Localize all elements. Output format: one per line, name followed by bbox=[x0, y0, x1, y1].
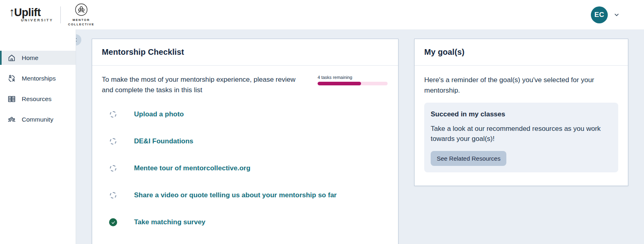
logo-divider bbox=[60, 6, 61, 23]
chevron-down-icon[interactable] bbox=[613, 12, 620, 18]
resources-icon bbox=[7, 95, 16, 103]
sidebar-item-resources[interactable]: Resources bbox=[0, 92, 76, 106]
logo-group: ↑ Uplift UNIVERSITY MENTOR COLLECTIVE bbox=[9, 3, 95, 27]
task-incomplete-icon bbox=[108, 192, 118, 199]
chevron-left-icon bbox=[76, 37, 78, 43]
task-incomplete-icon bbox=[108, 138, 118, 145]
avatar[interactable]: EC bbox=[591, 6, 608, 23]
task-link[interactable]: Upload a photo bbox=[134, 110, 184, 118]
task-link[interactable]: Take matching survey bbox=[134, 218, 205, 226]
checklist-card-header: Mentorship Checklist bbox=[92, 39, 398, 66]
uplift-arrow-icon: ↑ bbox=[9, 6, 15, 18]
sidebar-item-community[interactable]: Community bbox=[0, 112, 76, 126]
sidebar-item-label: Resources bbox=[22, 95, 52, 103]
checklist-card-title: Mentorship Checklist bbox=[102, 48, 184, 57]
task-link[interactable]: DE&I Foundations bbox=[134, 137, 193, 145]
mentor-collective-text: MENTOR COLLECTIVE bbox=[68, 18, 95, 27]
task-incomplete-icon bbox=[108, 111, 118, 118]
see-related-resources-button[interactable]: See Related Resources bbox=[431, 151, 506, 166]
community-icon bbox=[7, 115, 16, 124]
task-row-upload-photo[interactable]: Upload a photo bbox=[92, 101, 398, 128]
task-row-mentee-tour[interactable]: Mentee tour of mentorcollective.org bbox=[92, 155, 398, 182]
task-incomplete-icon bbox=[108, 165, 118, 172]
mentor-collective-logo: MENTOR COLLECTIVE bbox=[68, 3, 95, 27]
sidebar-item-label: Mentorships bbox=[22, 75, 56, 82]
progress-bar bbox=[318, 82, 388, 85]
task-link[interactable]: Share a video or quote telling us about … bbox=[134, 191, 336, 199]
sidebar: Home Mentorships Resources Community bbox=[0, 29, 76, 244]
goals-card-body: Here's a reminder of the goal(s) you've … bbox=[415, 66, 628, 182]
goal-box: Succeed in my classes Take a look at our… bbox=[424, 103, 618, 173]
main-content: Mentorship Checklist To make the most of… bbox=[76, 29, 644, 244]
progress-label: 4 tasks remaining bbox=[318, 75, 388, 80]
sidebar-item-label: Home bbox=[22, 54, 38, 62]
home-icon bbox=[7, 54, 16, 62]
sidebar-item-mentorships[interactable]: Mentorships bbox=[0, 71, 76, 85]
collapse-sidebar-button[interactable] bbox=[76, 34, 81, 45]
sidebar-item-label: Community bbox=[22, 116, 53, 123]
task-row-matching-survey[interactable]: Take matching survey bbox=[92, 209, 398, 236]
account-menu[interactable]: EC bbox=[591, 6, 620, 23]
goals-card-header: My goal(s) bbox=[415, 39, 628, 66]
uplift-logo-text: Uplift bbox=[14, 7, 41, 18]
checklist-progress: 4 tasks remaining bbox=[318, 75, 388, 85]
uplift-logo-subtitle: UNIVERSITY bbox=[21, 19, 53, 22]
task-row-dei-foundations[interactable]: DE&I Foundations bbox=[92, 128, 398, 155]
checklist-intro: To make the most of your mentorship expe… bbox=[92, 66, 398, 95]
task-row-share-video[interactable]: Share a video or quote telling us about … bbox=[92, 182, 398, 209]
mentorships-icon bbox=[7, 74, 16, 83]
mentor-collective-icon bbox=[74, 3, 88, 17]
goals-card-title: My goal(s) bbox=[424, 48, 464, 57]
goals-description: Here's a reminder of the goal(s) you've … bbox=[424, 75, 618, 96]
uplift-university-logo: ↑ Uplift UNIVERSITY bbox=[9, 7, 53, 22]
checklist-description: To make the most of your mentorship expe… bbox=[102, 74, 302, 95]
task-complete-icon bbox=[108, 218, 118, 226]
app-shell: Home Mentorships Resources Community bbox=[0, 29, 644, 244]
top-header: ↑ Uplift UNIVERSITY MENTOR COLLECTIVE EC bbox=[0, 0, 644, 29]
task-list: Upload a photo DE&I Foundations Mentee t… bbox=[92, 101, 398, 236]
goal-title: Succeed in my classes bbox=[431, 110, 612, 118]
mentorship-checklist-card: Mentorship Checklist To make the most of… bbox=[92, 39, 398, 244]
goal-body-text: Take a look at our recommended resources… bbox=[431, 124, 612, 145]
my-goals-card: My goal(s) Here's a reminder of the goal… bbox=[414, 39, 628, 186]
task-link[interactable]: Mentee tour of mentorcollective.org bbox=[134, 164, 250, 172]
progress-fill bbox=[318, 82, 361, 85]
sidebar-item-home[interactable]: Home bbox=[0, 51, 76, 65]
